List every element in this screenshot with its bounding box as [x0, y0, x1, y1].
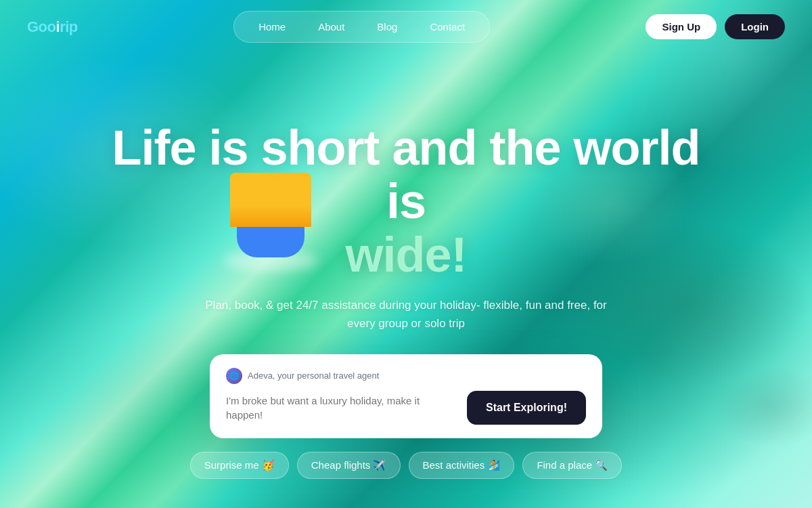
nav-contact[interactable]: Contact	[416, 17, 478, 37]
suggestion-best-activities[interactable]: Best activities 🏄	[409, 452, 515, 479]
explore-button[interactable]: Start Exploring!	[467, 391, 586, 425]
nav-about[interactable]: About	[304, 17, 358, 37]
navbar: Gooirip Home About Blog Contact Sign Up …	[0, 0, 812, 54]
nav-links: Home About Blog Contact	[233, 11, 490, 43]
nav-blog[interactable]: Blog	[363, 17, 411, 37]
hero-title-line2: wide!	[345, 228, 466, 282]
login-button[interactable]: Login	[725, 14, 785, 39]
hero-title-line1: Life is short and the world is	[112, 121, 700, 228]
nav-auth: Sign Up Login	[646, 14, 785, 39]
agent-name: Adeva, your personal travel agent	[248, 371, 379, 381]
agent-avatar: 🌐	[226, 368, 242, 384]
search-input[interactable]	[226, 394, 459, 422]
signup-button[interactable]: Sign Up	[646, 14, 717, 39]
logo-part3: rip	[60, 18, 78, 35]
search-row: Start Exploring!	[226, 391, 586, 425]
suggestion-find-place[interactable]: Find a place 🔍	[522, 452, 622, 479]
suggestion-surprise[interactable]: Surprise me 🥳	[190, 452, 289, 479]
nav-home[interactable]: Home	[245, 17, 299, 37]
hero-section: Life is short and the world is wide! Pla…	[0, 54, 812, 479]
agent-emoji: 🌐	[229, 371, 240, 381]
logo-part1: Goo	[27, 18, 56, 35]
suggestion-cheap-flights[interactable]: Cheap flights ✈️	[297, 452, 401, 479]
suggestions-row: Surprise me 🥳 Cheap flights ✈️ Best acti…	[190, 452, 623, 479]
hero-title: Life is short and the world is wide!	[102, 121, 710, 282]
hero-subtitle: Plan, book, & get 24/7 assistance during…	[196, 296, 616, 333]
logo[interactable]: Gooirip	[27, 18, 78, 36]
search-card: 🌐 Adeva, your personal travel agent Star…	[210, 354, 602, 438]
agent-label: 🌐 Adeva, your personal travel agent	[226, 368, 586, 384]
